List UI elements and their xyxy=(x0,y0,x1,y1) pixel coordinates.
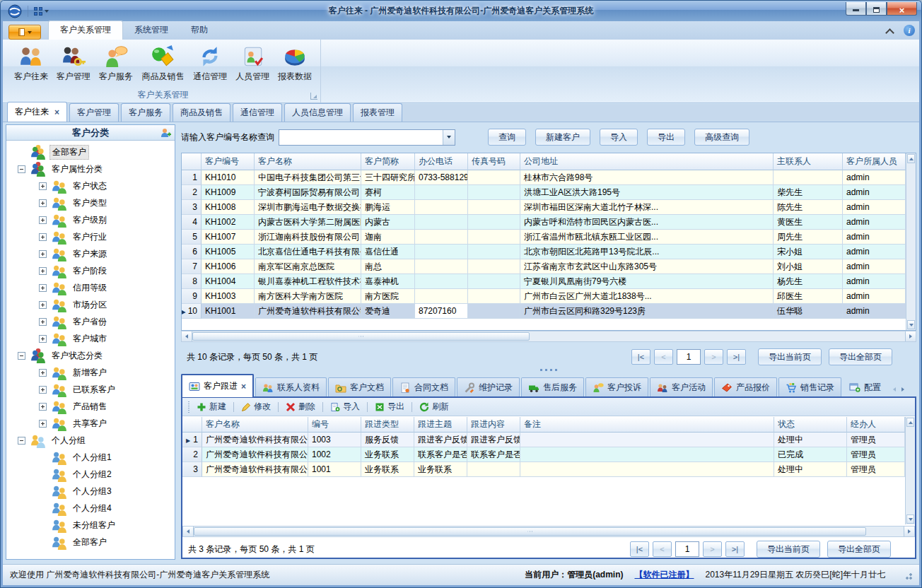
about-info-icon[interactable] xyxy=(904,25,915,36)
table-row[interactable]: 9 KH1003 南方医科大学南方医院 南方医院 广州市白云区广州大道北1838… xyxy=(182,289,906,304)
import-button[interactable]: 导入 xyxy=(600,129,638,146)
import-records-button[interactable]: 导入 xyxy=(326,399,364,414)
tree-node[interactable]: 共享客户 xyxy=(8,415,173,432)
detail-tab-sales-records[interactable]: 销售记录 xyxy=(778,377,841,397)
table-row[interactable]: 2 广州爱奇迪软件科技有限公司 1002 业务联系 联系客户是否... 联系客户… xyxy=(182,447,905,462)
col-header-company-address[interactable]: 公司地址 xyxy=(520,153,774,170)
col-header-follow-up-subject[interactable]: 跟进主题 xyxy=(414,417,467,433)
tree-node[interactable]: 客户状态分类 xyxy=(8,347,173,364)
table-row[interactable]: 10 KH1001 广州爱奇迪软件科技有限公司 爱奇迪 87207160 广州市… xyxy=(182,304,906,319)
tree-node[interactable]: 市场分区 xyxy=(8,296,173,313)
detail-tab-product-quotes[interactable]: 产品报价 xyxy=(714,377,777,397)
prev-page-button[interactable]: < xyxy=(654,349,673,365)
col-header-status[interactable]: 状态 xyxy=(774,417,847,433)
tree-node[interactable]: 产品销售 xyxy=(8,398,173,415)
ribbon-button-communication[interactable]: 通信管理 xyxy=(189,42,231,89)
table-row[interactable]: 2 KH1009 宁波赛柯国际贸易有限公司 赛柯 洪塘工业A区洪大路195号 柴… xyxy=(182,185,906,200)
tree-node[interactable]: 客户阶段 xyxy=(8,262,173,279)
ribbon-button-customer-contacts[interactable]: 客户往来 xyxy=(10,42,52,89)
tree-expander-icon[interactable] xyxy=(39,199,47,207)
tab-scroll-left-icon[interactable] xyxy=(893,387,896,392)
scroll-right-icon[interactable] xyxy=(905,331,916,341)
ribbon-button-products-sales[interactable]: 商品及销售 xyxy=(137,42,189,89)
new-record-button[interactable]: 新建 xyxy=(192,399,230,414)
registration-link[interactable]: 【软件已注册】 xyxy=(634,569,694,581)
tree-node[interactable]: 客户城市 xyxy=(8,330,173,347)
tree-node[interactable]: 客户省份 xyxy=(8,313,173,330)
tree-node[interactable]: 个人分组3 xyxy=(8,483,173,500)
customer-search-combo[interactable] xyxy=(279,129,455,146)
advanced-search-button[interactable]: 高级查询 xyxy=(694,129,749,146)
export-all-pages-button[interactable]: 导出全部页 xyxy=(829,348,892,365)
vertical-scrollbar[interactable] xyxy=(906,153,916,330)
tree-expander-icon[interactable] xyxy=(39,284,47,292)
close-button[interactable] xyxy=(887,2,917,16)
table-row[interactable]: 5 KH1007 浙江迦南科技股份有限公司 迦南 浙江省温州市瓯北镇东瓯工业区园… xyxy=(182,230,906,245)
next-page-button[interactable]: > xyxy=(703,541,722,557)
ribbon-button-customer-service[interactable]: 客户服务 xyxy=(95,42,137,89)
export-current-page-button[interactable]: 导出当前页 xyxy=(757,541,820,558)
tree-expander-icon[interactable] xyxy=(39,301,47,309)
detail-tab-customer-docs[interactable]: 客户文档 xyxy=(328,377,391,397)
tree-settings-icon[interactable] xyxy=(161,127,172,139)
page-number-input[interactable] xyxy=(675,541,699,557)
table-row[interactable]: 1 广州爱奇迪软件科技有限公司 1003 服务反馈 跟进客户反馈... 跟进客户… xyxy=(182,433,905,447)
prev-page-button[interactable]: < xyxy=(653,541,672,557)
vertical-scrollbar[interactable] xyxy=(905,417,915,524)
detail-tab-after-sales[interactable]: 售后服务 xyxy=(521,377,584,397)
first-page-button[interactable]: |< xyxy=(630,541,649,557)
doc-tab-report-management[interactable]: 报表管理 xyxy=(353,103,402,122)
detail-tab-complaints[interactable]: 客户投诉 xyxy=(585,377,648,397)
doc-tab-customer-service[interactable]: 客户服务 xyxy=(121,103,170,122)
col-header-handler[interactable]: 经办人 xyxy=(847,417,905,433)
col-header-follow-up-type[interactable]: 跟进类型 xyxy=(361,417,414,433)
scrollbar-thumb[interactable] xyxy=(192,332,530,341)
tree-node[interactable]: 个人分组2 xyxy=(8,466,173,483)
maximize-button[interactable] xyxy=(866,2,887,16)
detail-tab-maintenance[interactable]: 维护记录 xyxy=(457,377,520,397)
doc-tab-communication[interactable]: 通信管理 xyxy=(233,103,282,122)
minimize-button[interactable] xyxy=(846,2,866,16)
scroll-right-icon[interactable] xyxy=(904,527,914,536)
table-row[interactable]: 7 KH1006 南京军区南京总医院 南总 江苏省南京市玄武区中山东路305号 … xyxy=(182,259,906,274)
search-input[interactable] xyxy=(279,130,443,145)
dialog-launcher-icon[interactable] xyxy=(310,93,317,100)
horizontal-scrollbar[interactable] xyxy=(181,331,916,342)
col-header-customer-code[interactable]: 客户编号 xyxy=(202,153,255,170)
col-header-customer-short-name[interactable]: 客户简称 xyxy=(361,153,415,170)
close-icon[interactable] xyxy=(241,382,246,391)
splitter-handle[interactable] xyxy=(181,366,916,373)
doc-tab-personnel-info[interactable]: 人员信息管理 xyxy=(284,103,351,122)
tree-node[interactable]: 客户状态 xyxy=(8,177,173,194)
detail-tab-follow-up[interactable]: 客户跟进 xyxy=(181,374,254,397)
col-header-follow-up-content[interactable]: 跟进内容 xyxy=(467,417,520,433)
tree-expander-icon[interactable] xyxy=(39,318,47,326)
detail-tab-activities[interactable]: 客户活动 xyxy=(650,377,713,397)
doc-tab-customer-management[interactable]: 客户管理 xyxy=(69,103,119,122)
ribbon-button-personnel[interactable]: 人员管理 xyxy=(231,42,274,89)
tree-node[interactable]: 客户来源 xyxy=(8,245,173,262)
tab-scroll-right-icon[interactable] xyxy=(901,387,904,392)
doc-tab-products-sales[interactable]: 商品及销售 xyxy=(173,103,230,122)
col-header-owner[interactable]: 客户所属人员 xyxy=(843,153,906,170)
tree-expander-icon[interactable] xyxy=(39,386,47,394)
detail-tab-configure[interactable]: 配置 xyxy=(843,377,887,397)
next-page-button[interactable]: > xyxy=(704,349,723,365)
tree-node[interactable]: 客户级别 xyxy=(8,211,173,228)
scroll-up-icon[interactable] xyxy=(907,154,915,163)
col-header-note[interactable]: 备注 xyxy=(520,417,774,433)
tree-node[interactable]: 新增客户 xyxy=(8,364,173,381)
table-row[interactable]: 4 KH1002 内蒙古医科大学第二附属医院 内蒙古 内蒙古呼和浩特市回民区内蒙… xyxy=(182,215,906,230)
ribbon-button-customer-management[interactable]: 客户管理 xyxy=(52,42,95,89)
col-header-fax-number[interactable]: 传真号码 xyxy=(468,153,520,170)
table-row[interactable]: 3 广州爱奇迪软件科技有限公司 1001 业务联系 业务联系 处理中 管理员 xyxy=(182,462,905,477)
col-header-office-phone[interactable]: 办公电话 xyxy=(415,153,468,170)
detail-tab-contacts[interactable]: 联系人资料 xyxy=(255,377,327,397)
collapse-ribbon-icon[interactable] xyxy=(887,28,894,33)
tree-expander-icon[interactable] xyxy=(39,335,47,343)
first-page-button[interactable]: |< xyxy=(631,349,650,365)
tree-expander-icon[interactable] xyxy=(39,233,47,241)
ribbon-button-report-data[interactable]: 报表数据 xyxy=(274,42,316,89)
export-all-pages-button[interactable]: 导出全部页 xyxy=(827,541,891,558)
col-header-primary-contact[interactable]: 主联系人 xyxy=(774,153,843,170)
